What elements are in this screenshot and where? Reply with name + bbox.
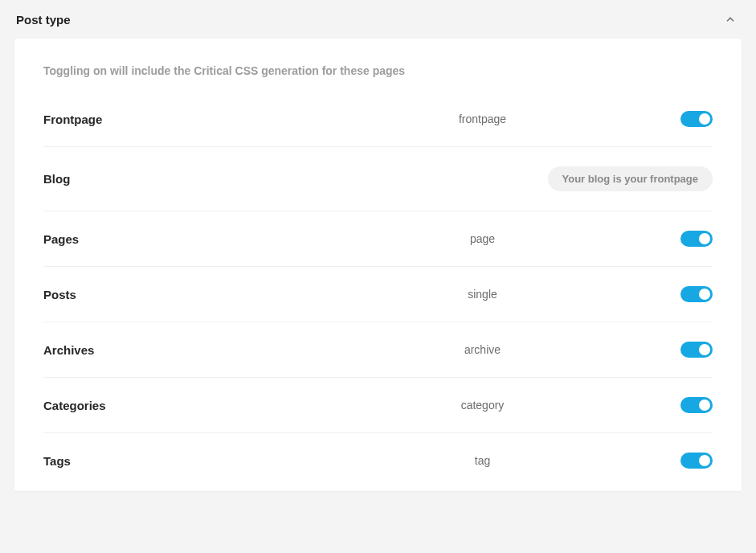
row-label: Tags: [43, 454, 349, 468]
row-value: archive: [349, 343, 616, 356]
row-label: Pages: [43, 232, 349, 246]
row-archives: Archives archive: [43, 322, 713, 378]
row-label: Blog: [43, 172, 349, 186]
toggle-categories[interactable]: [680, 397, 713, 413]
row-value: page: [349, 232, 616, 245]
row-categories: Categories category: [43, 378, 713, 433]
toggle-knob: [699, 113, 710, 125]
row-pages: Pages page: [43, 211, 713, 267]
row-tags: Tags tag: [43, 433, 713, 488]
panel-title: Post type: [16, 13, 71, 27]
row-value: single: [349, 288, 616, 301]
row-control: [616, 286, 713, 302]
toggle-knob: [699, 233, 710, 244]
row-label: Archives: [43, 343, 349, 357]
row-control: Your blog is your frontpage: [548, 166, 713, 191]
blog-frontpage-badge: Your blog is your frontpage: [548, 166, 713, 191]
settings-card: Toggling on will include the Critical CS…: [14, 39, 742, 491]
row-control: [616, 397, 713, 413]
row-posts: Posts single: [43, 267, 713, 322]
toggle-tags[interactable]: [680, 453, 713, 469]
toggle-knob: [699, 289, 710, 300]
settings-description: Toggling on will include the Critical CS…: [43, 64, 713, 77]
row-control: [616, 111, 713, 127]
row-control: [616, 453, 713, 469]
toggle-pages[interactable]: [680, 231, 713, 247]
row-label: Frontpage: [43, 113, 349, 126]
collapse-toggle[interactable]: [722, 11, 738, 27]
toggle-knob: [699, 344, 710, 355]
row-frontpage: Frontpage frontpage: [43, 92, 713, 147]
panel-header: Post type: [0, 0, 756, 39]
row-label: Categories: [43, 399, 349, 412]
toggle-knob: [699, 399, 710, 411]
row-label: Posts: [43, 288, 349, 301]
row-blog: Blog Your blog is your frontpage: [43, 147, 713, 211]
toggle-posts[interactable]: [680, 286, 713, 302]
toggle-frontpage[interactable]: [680, 111, 713, 127]
chevron-up-icon: [725, 14, 736, 25]
toggle-knob: [699, 455, 710, 466]
row-value: tag: [349, 454, 616, 467]
row-value: frontpage: [349, 113, 616, 125]
toggle-archives[interactable]: [680, 342, 713, 358]
row-control: [616, 342, 713, 358]
row-control: [616, 231, 713, 247]
row-value: category: [349, 399, 616, 412]
